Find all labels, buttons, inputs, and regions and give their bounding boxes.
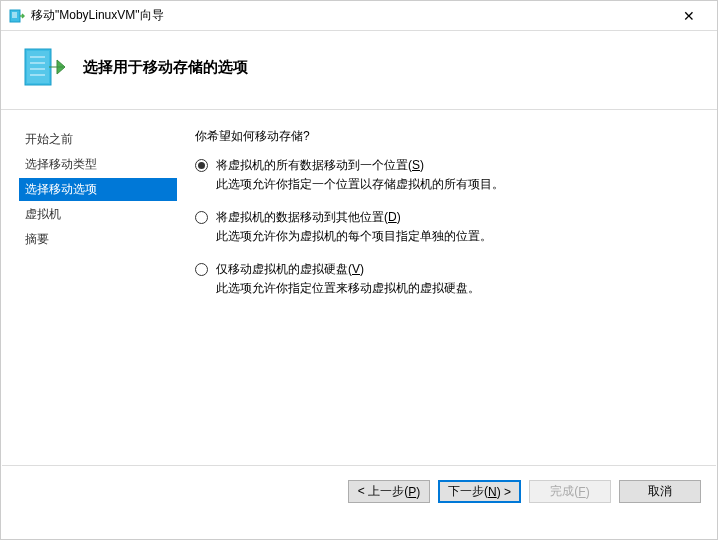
svg-rect-5 bbox=[27, 51, 49, 83]
server-move-icon bbox=[21, 43, 69, 91]
previous-button[interactable]: < 上一步(P) bbox=[348, 480, 430, 503]
radio-icon[interactable] bbox=[195, 263, 208, 276]
option-description: 此选项允许你指定位置来移动虚拟机的虚拟硬盘。 bbox=[216, 280, 697, 297]
option-description: 此选项允许你指定一个位置以存储虚拟机的所有项目。 bbox=[216, 176, 697, 193]
sidebar-item-label: 开始之前 bbox=[25, 132, 73, 146]
sidebar-item-label: 摘要 bbox=[25, 232, 49, 246]
sidebar-item-before-begin[interactable]: 开始之前 bbox=[19, 128, 177, 151]
cancel-button[interactable]: 取消 bbox=[619, 480, 701, 503]
page-title: 选择用于移动存储的选项 bbox=[83, 58, 248, 77]
option-description: 此选项允许你为虚拟机的每个项目指定单独的位置。 bbox=[216, 228, 697, 245]
wizard-footer: < 上一步(P) 下一步(N) > 完成(F) 取消 bbox=[1, 466, 717, 517]
option-all-data-single-location[interactable]: 将虚拟机的所有数据移动到一个位置(S) 此选项允许你指定一个位置以存储虚拟机的所… bbox=[195, 157, 697, 193]
sidebar-item-move-type[interactable]: 选择移动类型 bbox=[19, 153, 177, 176]
close-button[interactable]: ✕ bbox=[669, 8, 709, 24]
radio-icon[interactable] bbox=[195, 211, 208, 224]
titlebar: 移动"MobyLinuxVM"向导 ✕ bbox=[1, 1, 717, 31]
next-button[interactable]: 下一步(N) > bbox=[438, 480, 521, 503]
option-move-virtual-disks-only[interactable]: 仅移动虚拟机的虚拟硬盘(V) 此选项允许你指定位置来移动虚拟机的虚拟硬盘。 bbox=[195, 261, 697, 297]
sidebar-item-label: 虚拟机 bbox=[25, 207, 61, 221]
question-text: 你希望如何移动存储? bbox=[195, 128, 697, 145]
option-label: 将虚拟机的所有数据移动到一个位置(S) bbox=[216, 157, 424, 174]
sidebar-item-summary[interactable]: 摘要 bbox=[19, 228, 177, 251]
sidebar-item-move-options[interactable]: 选择移动选项 bbox=[19, 178, 177, 201]
svg-rect-0 bbox=[10, 10, 20, 22]
main-panel: 你希望如何移动存储? 将虚拟机的所有数据移动到一个位置(S) 此选项允许你指定一… bbox=[177, 110, 717, 465]
sidebar-item-label: 选择移动选项 bbox=[25, 182, 97, 196]
sidebar-item-virtual-machine[interactable]: 虚拟机 bbox=[19, 203, 177, 226]
content-area: 开始之前 选择移动类型 选择移动选项 虚拟机 摘要 你希望如何移动存储? 将虚拟… bbox=[1, 110, 717, 465]
option-data-other-locations[interactable]: 将虚拟机的数据移动到其他位置(D) 此选项允许你为虚拟机的每个项目指定单独的位置… bbox=[195, 209, 697, 245]
window-title: 移动"MobyLinuxVM"向导 bbox=[31, 7, 669, 24]
server-icon bbox=[9, 8, 25, 24]
finish-button: 完成(F) bbox=[529, 480, 611, 503]
radio-icon[interactable] bbox=[195, 159, 208, 172]
option-label: 将虚拟机的数据移动到其他位置(D) bbox=[216, 209, 401, 226]
wizard-steps-sidebar: 开始之前 选择移动类型 选择移动选项 虚拟机 摘要 bbox=[1, 110, 177, 465]
sidebar-item-label: 选择移动类型 bbox=[25, 157, 97, 171]
wizard-header: 选择用于移动存储的选项 bbox=[1, 31, 717, 110]
option-label: 仅移动虚拟机的虚拟硬盘(V) bbox=[216, 261, 364, 278]
